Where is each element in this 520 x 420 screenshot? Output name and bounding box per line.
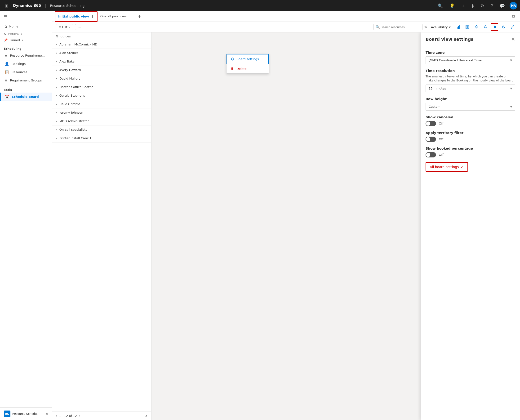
resource-row[interactable]: › Doctor's office Seattle: [52, 83, 151, 91]
user-avatar[interactable]: MA: [510, 2, 517, 9]
sidebar-recent-label: Recent: [8, 32, 19, 36]
context-menu: ⚙ Board settings 🗑 Delete: [226, 54, 269, 74]
svg-rect-4: [468, 25, 469, 27]
svg-point-9: [485, 26, 486, 27]
footer-chevron-icon[interactable]: ◇: [46, 412, 48, 415]
sidebar-item-req-groups[interactable]: ≡ Requirement Groups: [0, 76, 52, 84]
sidebar-req-groups-label: Requirement Groups: [10, 79, 42, 82]
scheduling-section-label: Scheduling: [0, 43, 52, 51]
view-all-button[interactable]: [464, 23, 471, 31]
sidebar-item-home[interactable]: ⌂ Home: [0, 22, 52, 30]
booked-percentage-label: Show booked percentage: [426, 147, 515, 150]
svg-rect-5: [466, 27, 467, 29]
resource-row[interactable]: › David Mallory: [52, 74, 151, 83]
hamburger-menu-icon[interactable]: ☰: [4, 14, 7, 19]
context-menu-board-settings[interactable]: ⚙ Board settings: [227, 54, 269, 64]
list-view-button[interactable]: ≡ List ∨: [56, 24, 73, 30]
nav-separator: |: [45, 3, 46, 8]
expand-row-icon: ›: [56, 77, 57, 80]
expand-row-icon: ›: [56, 51, 57, 55]
reports-button[interactable]: [455, 23, 462, 31]
territory-filter-toggle-row: Off: [426, 137, 515, 142]
chevron-down-icon: ∨: [68, 25, 71, 29]
pagination-info: 1 - 12 of 12: [59, 414, 77, 418]
tab-on-call-pool-view[interactable]: On-call pool view ⋮: [97, 11, 135, 22]
svg-point-8: [476, 28, 477, 28]
help-icon[interactable]: ?: [489, 2, 495, 9]
expand-row-icon: ›: [56, 137, 57, 140]
sidebar-pinned-label: Pinned: [9, 38, 20, 42]
context-menu-delete[interactable]: 🗑 Delete: [227, 64, 269, 73]
tab-more-icon[interactable]: ⋮: [128, 14, 132, 18]
pagination-next-button[interactable]: ›: [79, 414, 80, 418]
pagination-up-button[interactable]: ∧: [145, 414, 148, 418]
chevron-down-icon: ∨: [510, 105, 512, 108]
row-height-select[interactable]: Custom ∨: [426, 103, 515, 111]
show-canceled-field: Show canceled Off: [426, 115, 515, 126]
alerts-button[interactable]: [473, 23, 480, 31]
resource-row[interactable]: › Abraham McCormick MD: [52, 40, 151, 49]
pagination-prev-button[interactable]: ‹: [56, 414, 57, 418]
sidebar-item-recent[interactable]: ↻ Recent ∨: [0, 30, 52, 37]
resource-row[interactable]: › On-call specialists: [52, 126, 151, 134]
resource-list-header: ⇅ ources: [52, 32, 151, 40]
settings-panel-title: Board view settings: [426, 37, 473, 42]
add-icon[interactable]: +: [459, 2, 467, 9]
sidebar-item-resources[interactable]: 📋 Resources: [0, 68, 52, 76]
chevron-down-icon: ∨: [510, 87, 512, 90]
sidebar-header: ☰: [0, 11, 52, 22]
board-area: ⚙ Board settings 🗑 Delete Board view set…: [151, 32, 520, 420]
resource-row[interactable]: › Alan Steiner: [52, 49, 151, 57]
resource-name: Gerald Stephens: [59, 94, 85, 97]
sort-resources-icon[interactable]: ⇅: [56, 34, 59, 38]
resource-row[interactable]: › Avery Howard: [52, 66, 151, 74]
territory-filter-field: Apply territory filter Off: [426, 131, 515, 142]
tab-more-icon[interactable]: ⋮: [90, 14, 94, 19]
app-grid-icon[interactable]: ⊞: [3, 2, 10, 9]
popout-icon[interactable]: ⧉: [510, 13, 517, 20]
person-button[interactable]: [482, 23, 489, 31]
resource-row[interactable]: › Jeremy Johnson: [52, 108, 151, 117]
resource-row[interactable]: › Halle Griffiths: [52, 100, 151, 108]
refresh-button[interactable]: [500, 23, 507, 31]
tabs-bar: Initial public view ⋮ On-call pool view …: [52, 11, 520, 22]
expand-row-icon: ›: [56, 68, 57, 72]
search-input[interactable]: [381, 25, 420, 29]
resource-row[interactable]: › Alex Baker: [52, 57, 151, 66]
sidebar-item-schedule-board[interactable]: 📅 Schedule Board: [0, 93, 52, 101]
filter-icon[interactable]: ⧫: [470, 2, 475, 9]
resource-row[interactable]: › Printer Install Crew 1: [52, 134, 151, 142]
resource-row[interactable]: › Gerald Stephens: [52, 91, 151, 100]
add-tab-button[interactable]: +: [136, 14, 143, 19]
booked-percentage-toggle[interactable]: [426, 152, 436, 158]
settings-icon[interactable]: ⚙: [478, 2, 486, 9]
sidebar-item-resource-req[interactable]: ≡ Resource Requireme...: [0, 51, 52, 60]
chevron-down-icon: ∨: [510, 59, 512, 62]
chat-icon[interactable]: 💬: [498, 2, 507, 9]
resource-row[interactable]: › MOD Administrator: [52, 117, 151, 126]
more-icon: ⋯: [78, 25, 81, 29]
time-resolution-label: Time resolution: [426, 69, 515, 73]
tab-label: On-call pool view: [100, 15, 127, 18]
context-menu-delete-label: Delete: [237, 67, 247, 71]
search-resources-box[interactable]: 🔍: [373, 24, 423, 30]
sidebar-resources-label: Resources: [12, 70, 27, 74]
show-canceled-toggle[interactable]: [426, 121, 436, 126]
sidebar-item-pinned[interactable]: 📌 Pinned ∨: [0, 37, 52, 43]
list-icon: ≡: [59, 25, 61, 29]
close-settings-button[interactable]: ✕: [511, 36, 515, 42]
all-board-settings-button[interactable]: All board settings ⤢: [426, 162, 468, 172]
tab-initial-public-view[interactable]: Initial public view ⋮: [55, 11, 97, 22]
sort-icon[interactable]: ⇅: [424, 25, 427, 29]
expand-button[interactable]: [509, 23, 516, 31]
lightbulb-icon[interactable]: 💡: [448, 2, 457, 9]
search-icon[interactable]: 🔍: [436, 2, 445, 9]
sidebar-item-bookings[interactable]: 👤 Bookings: [0, 60, 52, 68]
board-settings-toolbar-button[interactable]: [491, 23, 498, 31]
expand-row-icon: ›: [56, 43, 57, 46]
availability-button[interactable]: Availability ∨: [429, 24, 453, 30]
more-options-button[interactable]: ⋯: [75, 24, 83, 30]
timezone-select[interactable]: (GMT) Coordinated Universal Time ∨: [426, 56, 515, 64]
territory-filter-toggle[interactable]: [426, 137, 436, 142]
time-resolution-select[interactable]: 15 minutes ∨: [426, 84, 515, 92]
